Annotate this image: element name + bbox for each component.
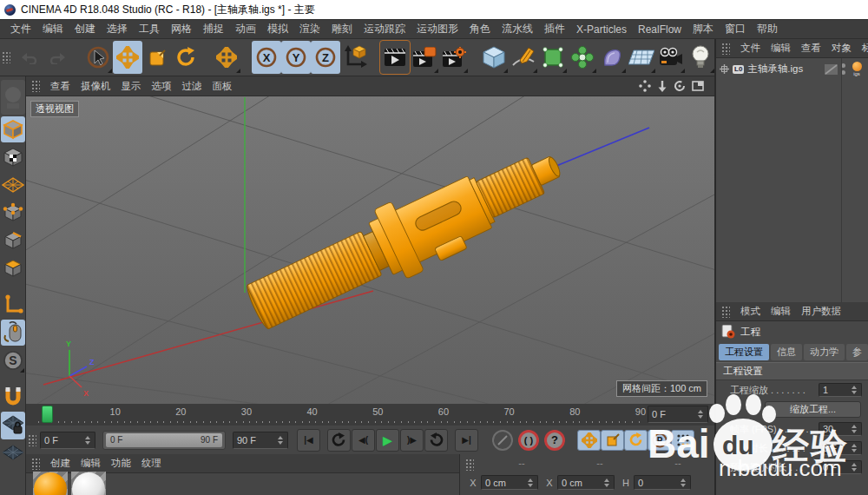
menu-item[interactable]: 雕刻: [332, 22, 352, 36]
model-mode-button[interactable]: [1, 116, 25, 142]
am-menu-item[interactable]: 编辑: [771, 305, 791, 318]
menu-item[interactable]: 动画: [235, 22, 256, 36]
zoom-view-icon[interactable]: [657, 80, 667, 92]
viewport-solo-button[interactable]: [1, 320, 25, 346]
pan-view-icon[interactable]: [639, 80, 651, 92]
prev-frame-button[interactable]: ◀(: [352, 429, 375, 452]
om-menu-item[interactable]: 文件: [740, 42, 760, 55]
menu-item[interactable]: 流水线: [502, 22, 533, 36]
primitive-cube-button[interactable]: [479, 41, 509, 74]
key-parameter-button[interactable]: P: [648, 430, 671, 451]
menu-item[interactable]: 文件: [10, 22, 31, 36]
tab-project-settings[interactable]: 工程设置: [719, 344, 769, 360]
camera-button[interactable]: [656, 41, 686, 74]
toolbar-drag-handle[interactable]: [2, 51, 10, 63]
menu-item[interactable]: 脚本: [693, 22, 713, 36]
polygons-mode-button[interactable]: [1, 255, 25, 281]
key-scale-button[interactable]: [601, 430, 624, 451]
tab-more[interactable]: 参: [846, 344, 868, 360]
timeline-playhead[interactable]: [42, 406, 53, 423]
play-reverse-button[interactable]: [327, 429, 351, 452]
om-menu-item[interactable]: 标签: [862, 42, 868, 55]
menu-item[interactable]: 选择: [107, 22, 128, 36]
field-value[interactable]: 0 F: [819, 441, 862, 455]
menu-item[interactable]: 创建: [75, 22, 95, 36]
material-menu-item[interactable]: 功能: [111, 457, 131, 470]
frame-range-slider[interactable]: 0 F90 F: [102, 431, 226, 450]
deformers-button[interactable]: [597, 41, 627, 74]
spinner-icon[interactable]: [527, 476, 534, 490]
field-value[interactable]: 0 F: [819, 460, 862, 474]
sculpt-mode-button[interactable]: [1, 80, 25, 115]
spinner-icon[interactable]: [851, 383, 858, 397]
environment-objects-button[interactable]: [627, 41, 656, 74]
material-thumbnail-white[interactable]: [71, 472, 106, 495]
generators-button[interactable]: [538, 41, 568, 74]
render-view-button[interactable]: [380, 41, 410, 74]
current-frame-field[interactable]: 0 F: [648, 406, 708, 423]
section-header[interactable]: 工程设置: [716, 362, 868, 380]
menu-item[interactable]: 插件: [544, 22, 565, 36]
transport-drag-handle[interactable]: [28, 434, 36, 446]
spinner-icon[interactable]: [851, 441, 858, 455]
scale-project-button[interactable]: 缩放工程...: [765, 401, 861, 418]
perspective-viewport[interactable]: Y Z X 透视视图 网格间距：100 cm: [26, 96, 714, 404]
live-selection-button[interactable]: [83, 41, 113, 74]
loop-button[interactable]: [424, 429, 448, 452]
play-button[interactable]: ▶: [376, 429, 399, 452]
coordinate-value-field[interactable]: 0 cm: [557, 475, 615, 490]
spinner-icon[interactable]: [84, 433, 91, 447]
layer-toggle-icon[interactable]: [825, 64, 838, 75]
viewport-menu-item[interactable]: 摄像机: [81, 80, 111, 93]
menu-item[interactable]: 运动图形: [417, 22, 458, 36]
material-menu-item[interactable]: 纹理: [141, 457, 161, 470]
last-used-tool-button[interactable]: [212, 41, 241, 74]
spinner-icon[interactable]: [851, 422, 858, 436]
record-disabled-button[interactable]: [492, 430, 513, 451]
coordinate-system-button[interactable]: [340, 41, 370, 74]
workplane-button[interactable]: [1, 441, 25, 464]
menu-item[interactable]: 角色: [470, 22, 490, 36]
move-tool-button[interactable]: [113, 41, 142, 74]
key-selection-button[interactable]: [671, 430, 694, 451]
menu-item[interactable]: 运动跟踪: [364, 22, 405, 36]
tab-dynamics[interactable]: 动力学: [804, 344, 845, 360]
menu-item[interactable]: 模拟: [267, 22, 288, 36]
menu-item[interactable]: 网格: [171, 22, 192, 36]
snap-settings-button[interactable]: S: [1, 347, 25, 373]
rotate-tool-button[interactable]: [172, 41, 201, 74]
om-menu-item[interactable]: 查看: [801, 42, 821, 55]
rotate-view-icon[interactable]: [674, 80, 686, 92]
object-row[interactable]: L0 主轴承轴.igs igs: [716, 58, 868, 76]
edges-mode-button[interactable]: [1, 228, 25, 254]
material-menu-item[interactable]: 编辑: [81, 457, 101, 470]
texture-mode-button[interactable]: [1, 144, 25, 170]
points-mode-button[interactable]: [1, 200, 25, 226]
menu-item[interactable]: 捕捉: [203, 22, 224, 36]
field-value[interactable]: 1: [819, 383, 862, 397]
record-help-button[interactable]: ?: [544, 430, 565, 451]
toggle-view-icon[interactable]: [692, 81, 704, 91]
timeline-ruler[interactable]: 0102030405060708090 0 F: [26, 404, 714, 426]
x-axis-lock-button[interactable]: X: [252, 41, 281, 74]
viewport-drag-handle[interactable]: [31, 80, 40, 92]
goto-start-button[interactable]: |◀: [297, 429, 320, 452]
range-end-field[interactable]: 90 F: [233, 432, 288, 449]
menu-item[interactable]: 编辑: [43, 22, 63, 36]
viewport-menu-item[interactable]: 选项: [152, 80, 172, 93]
view-label[interactable]: 透视视图: [30, 101, 79, 117]
viewport-menu-item[interactable]: 查看: [50, 80, 70, 93]
viewport-menu-item[interactable]: 显示: [122, 80, 141, 93]
coordinate-value-field[interactable]: 0 cm: [481, 475, 538, 490]
viewport-menu-item[interactable]: 过滤: [182, 80, 202, 93]
record-keyframe-button[interactable]: ( ): [518, 430, 539, 451]
modeling-objects-button[interactable]: [568, 41, 597, 74]
spinner-icon[interactable]: [851, 460, 858, 474]
render-settings-button[interactable]: [439, 41, 469, 74]
spline-pen-button[interactable]: [509, 41, 538, 74]
spinner-icon[interactable]: [680, 476, 687, 490]
am-menu-item[interactable]: 用户数据: [801, 305, 841, 318]
key-rotation-button[interactable]: [624, 430, 648, 451]
render-picture-viewer-button[interactable]: [410, 41, 439, 74]
next-frame-button[interactable]: )▶: [400, 429, 424, 452]
